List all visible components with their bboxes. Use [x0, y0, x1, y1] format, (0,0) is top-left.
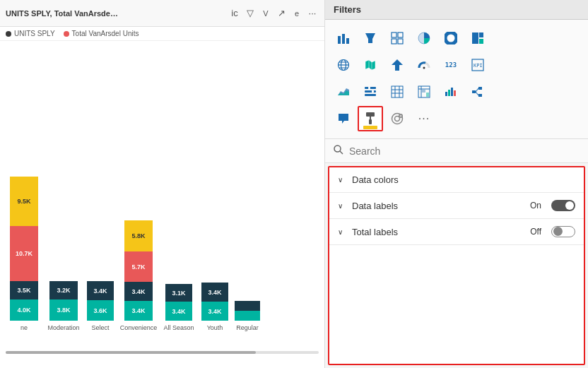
bar-segment: 3.5K — [10, 281, 38, 299]
viz-kpi-btn[interactable]: KPI — [465, 52, 490, 78]
viz-arrow-btn[interactable] — [384, 52, 410, 78]
data-labels-label: Data labels — [352, 201, 524, 211]
bar-label: 3.2K — [57, 287, 70, 294]
data-labels-header[interactable]: ∨ Data labels On — [329, 193, 584, 218]
filters-title: Filters — [334, 4, 361, 15]
right-panel: Filters — [325, 0, 588, 368]
bar-segment: 5.7K — [124, 251, 153, 282]
viz-more-btn[interactable]: ··· — [411, 106, 437, 131]
viz-filled-map-btn[interactable] — [358, 52, 383, 78]
bar-group-ne: 9.5K 10.7K 3.5K 4.0K ne — [6, 177, 42, 331]
viz-matrix-btn[interactable] — [411, 79, 437, 105]
bar-label: 3.4K — [131, 288, 145, 295]
total-labels-label: Total labels — [352, 227, 524, 237]
svg-rect-7 — [398, 39, 403, 44]
total-labels-header[interactable]: ∨ Total labels Off — [329, 219, 584, 244]
svg-rect-39 — [426, 93, 429, 97]
bar-segment: 3.4K — [201, 283, 228, 302]
bar-label: 3.4K — [208, 308, 221, 315]
format-section-total-labels: ∨ Total labels Off — [329, 219, 584, 245]
svg-point-20 — [423, 67, 425, 69]
svg-marker-19 — [392, 59, 403, 71]
viz-area-chart-btn[interactable] — [331, 79, 356, 105]
viz-pie-btn[interactable] — [411, 25, 437, 51]
data-labels-chevron: ∨ — [338, 202, 346, 210]
viz-funnel-btn[interactable] — [358, 25, 383, 51]
svg-rect-12 — [479, 32, 483, 37]
chart-legend: UNITS SPLY Total VanArsdel Units — [0, 27, 324, 41]
bar-segment: 3.4K — [124, 282, 153, 301]
viz-scatter-btn[interactable] — [384, 25, 410, 51]
svg-rect-4 — [392, 32, 396, 37]
viz-decomp-btn[interactable] — [465, 79, 490, 105]
e-icon[interactable]: e — [290, 7, 303, 20]
data-colors-chevron: ∨ — [338, 176, 346, 184]
svg-rect-6 — [398, 32, 403, 37]
total-labels-toggle-thumb — [553, 227, 563, 236]
bar-segment: 5.8K — [124, 220, 153, 251]
viz-analytics-btn[interactable] — [384, 106, 410, 131]
svg-text:KPI: KPI — [474, 63, 483, 69]
legend-item-vanarsdel: Total VanArsdel Units — [64, 30, 139, 37]
viz-table-btn[interactable] — [384, 79, 410, 105]
viz-treemap-btn[interactable] — [465, 25, 490, 51]
viz-globe-btn[interactable] — [331, 52, 356, 78]
svg-rect-27 — [365, 94, 376, 96]
chart-scrollbar[interactable] — [6, 351, 319, 354]
bar-group-convenience: 5.8K 5.7K 3.4K 3.4K Convenience — [119, 220, 158, 331]
bar-label: 10.7K — [16, 250, 33, 257]
viz-waterfall-btn[interactable] — [438, 79, 464, 105]
legend-label-sply: UNITS SPLY — [14, 30, 55, 37]
legend-dot-vanarsdel — [64, 31, 69, 37]
more-icon[interactable]: ··· — [306, 7, 319, 20]
ic-icon[interactable]: ic — [228, 7, 241, 20]
svg-rect-49 — [366, 112, 375, 117]
total-labels-toggle[interactable] — [551, 226, 575, 237]
data-labels-toggle-thumb — [565, 201, 574, 210]
svg-line-47 — [476, 88, 478, 92]
svg-rect-29 — [372, 90, 374, 93]
filter-icon[interactable]: ▽ — [244, 7, 257, 20]
bar-group-youth: 3.4K 3.4K Youth — [199, 220, 230, 331]
viz-icons-row-3 — [331, 79, 582, 105]
viz-bar-chart-btn[interactable] — [331, 25, 356, 51]
svg-rect-1 — [342, 34, 345, 44]
bar-segment — [235, 301, 260, 311]
bar-x-label-ne: ne — [20, 324, 28, 331]
chart-title: UNITS SPLY, Total VanArsdel U — [6, 9, 119, 18]
viz-gauge-btn[interactable] — [411, 52, 437, 78]
data-colors-label: Data colors — [352, 174, 575, 185]
viz-format-btn[interactable] — [358, 106, 383, 131]
bar-label: 3.1K — [172, 290, 185, 297]
bar-group-moderation: 3.2K 3.8K Moderation — [45, 177, 82, 331]
viz-filter-btn[interactable] — [358, 79, 383, 105]
bar-label: 3.4K — [208, 289, 221, 296]
more-dots: ··· — [418, 112, 430, 125]
bar-segment: 3.4K — [87, 281, 114, 300]
bar-segment: 3.1K — [165, 284, 192, 302]
viz-speech-btn[interactable] — [331, 106, 356, 131]
svg-line-48 — [476, 92, 478, 95]
bar-label: 3.8K — [57, 307, 70, 314]
bar-label: 3.4K — [131, 307, 145, 314]
svg-rect-45 — [478, 87, 482, 90]
viz-number-btn[interactable]: 123 — [438, 52, 464, 78]
data-colors-header[interactable]: ∨ Data colors — [329, 167, 584, 192]
bar-x-label-regular: Regular — [236, 324, 259, 331]
v-icon[interactable]: V — [259, 7, 272, 20]
bar-label: 4.0K — [17, 307, 30, 314]
bar-segment: 3.4K — [165, 302, 192, 321]
bar-segment: 3.4K — [124, 301, 153, 321]
bar-label: 9.5K — [17, 198, 30, 205]
bar-segment: 3.4K — [201, 302, 228, 321]
expand-icon[interactable]: ↗ — [275, 7, 288, 20]
bar-label: 3.4K — [93, 287, 107, 295]
search-input[interactable] — [349, 146, 580, 157]
svg-rect-13 — [479, 39, 483, 44]
svg-rect-41 — [448, 90, 450, 96]
viz-donut-btn[interactable] — [438, 25, 464, 51]
legend-dot-sply — [6, 31, 11, 37]
viz-icons-row-2: 123 KPI — [331, 52, 582, 78]
data-labels-toggle[interactable] — [551, 200, 575, 211]
bar-x-label-convenience: Convenience — [120, 324, 158, 331]
